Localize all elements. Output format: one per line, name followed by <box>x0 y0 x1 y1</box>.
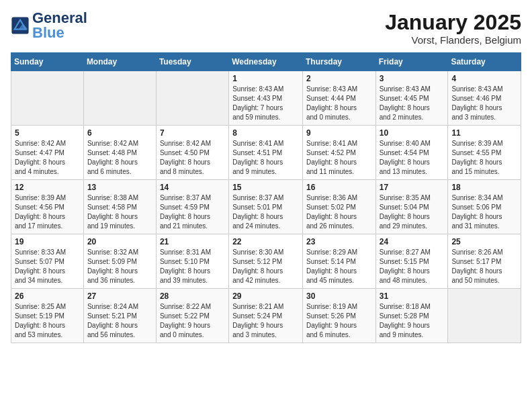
day-info: Sunrise: 8:30 AM Sunset: 5:12 PM Dayligh… <box>232 248 299 285</box>
calendar-cell: 28Sunrise: 8:22 AM Sunset: 5:22 PM Dayli… <box>156 289 228 343</box>
day-info: Sunrise: 8:39 AM Sunset: 4:56 PM Dayligh… <box>15 193 80 231</box>
calendar-cell: 16Sunrise: 8:36 AM Sunset: 5:02 PM Dayli… <box>302 180 375 234</box>
calendar-cell: 11Sunrise: 8:39 AM Sunset: 4:55 PM Dayli… <box>448 126 521 180</box>
day-info: Sunrise: 8:40 AM Sunset: 4:54 PM Dayligh… <box>380 139 445 177</box>
day-number: 3 <box>380 74 445 83</box>
day-number: 21 <box>160 237 225 246</box>
day-info: Sunrise: 8:43 AM Sunset: 4:46 PM Dayligh… <box>451 85 517 122</box>
day-info: Sunrise: 8:29 AM Sunset: 5:14 PM Dayligh… <box>306 248 372 285</box>
calendar-cell: 26Sunrise: 8:25 AM Sunset: 5:19 PM Dayli… <box>11 289 84 343</box>
calendar-cell: 6Sunrise: 8:42 AM Sunset: 4:48 PM Daylig… <box>83 126 156 180</box>
day-number: 6 <box>87 128 152 138</box>
calendar-cell: 27Sunrise: 8:24 AM Sunset: 5:21 PM Dayli… <box>83 289 156 343</box>
day-info: Sunrise: 8:41 AM Sunset: 4:51 PM Dayligh… <box>232 139 299 177</box>
page-container: GeneralBlue January 2025 Vorst, Flanders… <box>0 0 532 350</box>
calendar-cell: 25Sunrise: 8:26 AM Sunset: 5:17 PM Dayli… <box>448 234 521 289</box>
day-info: Sunrise: 8:43 AM Sunset: 4:44 PM Dayligh… <box>306 85 372 122</box>
day-info: Sunrise: 8:19 AM Sunset: 5:26 PM Dayligh… <box>306 302 372 340</box>
calendar-table: SundayMondayTuesdayWednesdayThursdayFrid… <box>11 52 521 343</box>
day-number: 23 <box>306 237 372 246</box>
calendar-cell: 17Sunrise: 8:35 AM Sunset: 5:04 PM Dayli… <box>375 180 448 234</box>
day-info: Sunrise: 8:27 AM Sunset: 5:15 PM Dayligh… <box>380 248 445 285</box>
day-info: Sunrise: 8:42 AM Sunset: 4:50 PM Dayligh… <box>160 139 225 177</box>
day-info: Sunrise: 8:36 AM Sunset: 5:02 PM Dayligh… <box>306 193 372 231</box>
weekday-header-sunday: Sunday <box>11 53 84 71</box>
weekday-header-thursday: Thursday <box>302 53 375 71</box>
month-title: January 2025 <box>385 11 521 34</box>
calendar-cell: 29Sunrise: 8:21 AM Sunset: 5:24 PM Dayli… <box>229 289 303 343</box>
day-number: 2 <box>306 74 372 83</box>
logo-icon <box>11 16 30 35</box>
day-info: Sunrise: 8:42 AM Sunset: 4:48 PM Dayligh… <box>87 139 152 177</box>
day-number: 9 <box>306 128 372 138</box>
calendar-week-3: 12Sunrise: 8:39 AM Sunset: 4:56 PM Dayli… <box>11 180 521 234</box>
day-number: 12 <box>15 183 80 192</box>
calendar-cell: 8Sunrise: 8:41 AM Sunset: 4:51 PM Daylig… <box>229 126 303 180</box>
calendar-cell <box>448 289 521 343</box>
calendar-cell: 15Sunrise: 8:37 AM Sunset: 5:01 PM Dayli… <box>229 180 303 234</box>
day-info: Sunrise: 8:32 AM Sunset: 5:09 PM Dayligh… <box>87 248 152 285</box>
day-info: Sunrise: 8:37 AM Sunset: 5:01 PM Dayligh… <box>232 193 299 231</box>
day-info: Sunrise: 8:33 AM Sunset: 5:07 PM Dayligh… <box>15 248 80 285</box>
weekday-header-row: SundayMondayTuesdayWednesdayThursdayFrid… <box>11 53 521 71</box>
day-number: 16 <box>306 183 372 192</box>
weekday-header-tuesday: Tuesday <box>156 53 228 71</box>
calendar-cell: 30Sunrise: 8:19 AM Sunset: 5:26 PM Dayli… <box>302 289 375 343</box>
day-number: 15 <box>232 183 299 192</box>
calendar-week-5: 26Sunrise: 8:25 AM Sunset: 5:19 PM Dayli… <box>11 289 521 343</box>
day-info: Sunrise: 8:26 AM Sunset: 5:17 PM Dayligh… <box>451 248 517 285</box>
day-number: 8 <box>232 128 299 138</box>
weekday-header-wednesday: Wednesday <box>229 53 303 71</box>
logo-text: GeneralBlue <box>32 11 87 40</box>
day-number: 27 <box>87 291 152 301</box>
calendar-cell: 24Sunrise: 8:27 AM Sunset: 5:15 PM Dayli… <box>375 234 448 289</box>
day-info: Sunrise: 8:43 AM Sunset: 4:45 PM Dayligh… <box>380 85 445 122</box>
day-info: Sunrise: 8:39 AM Sunset: 4:55 PM Dayligh… <box>451 139 517 177</box>
day-number: 20 <box>87 237 152 246</box>
location: Vorst, Flanders, Belgium <box>385 34 521 46</box>
day-info: Sunrise: 8:21 AM Sunset: 5:24 PM Dayligh… <box>232 302 299 340</box>
day-number: 25 <box>451 237 517 246</box>
day-number: 22 <box>232 237 299 246</box>
logo: GeneralBlue <box>11 11 87 40</box>
calendar-cell: 5Sunrise: 8:42 AM Sunset: 4:47 PM Daylig… <box>11 126 84 180</box>
day-number: 10 <box>380 128 445 138</box>
title-block: January 2025 Vorst, Flanders, Belgium <box>385 11 521 46</box>
day-number: 7 <box>160 128 225 138</box>
day-number: 11 <box>451 128 517 138</box>
calendar-cell: 4Sunrise: 8:43 AM Sunset: 4:46 PM Daylig… <box>448 71 521 126</box>
day-number: 30 <box>306 291 372 301</box>
day-info: Sunrise: 8:22 AM Sunset: 5:22 PM Dayligh… <box>160 302 225 340</box>
calendar-cell: 12Sunrise: 8:39 AM Sunset: 4:56 PM Dayli… <box>11 180 84 234</box>
calendar-cell: 13Sunrise: 8:38 AM Sunset: 4:58 PM Dayli… <box>83 180 156 234</box>
calendar-cell: 22Sunrise: 8:30 AM Sunset: 5:12 PM Dayli… <box>229 234 303 289</box>
day-number: 17 <box>380 183 445 192</box>
calendar-cell: 21Sunrise: 8:31 AM Sunset: 5:10 PM Dayli… <box>156 234 228 289</box>
day-info: Sunrise: 8:31 AM Sunset: 5:10 PM Dayligh… <box>160 248 225 285</box>
calendar-week-4: 19Sunrise: 8:33 AM Sunset: 5:07 PM Dayli… <box>11 234 521 289</box>
day-number: 14 <box>160 183 225 192</box>
calendar-cell: 23Sunrise: 8:29 AM Sunset: 5:14 PM Dayli… <box>302 234 375 289</box>
calendar-cell: 20Sunrise: 8:32 AM Sunset: 5:09 PM Dayli… <box>83 234 156 289</box>
calendar-week-1: 1Sunrise: 8:43 AM Sunset: 4:43 PM Daylig… <box>11 71 521 126</box>
day-number: 19 <box>15 237 80 246</box>
calendar-cell <box>11 71 84 126</box>
calendar-cell: 7Sunrise: 8:42 AM Sunset: 4:50 PM Daylig… <box>156 126 228 180</box>
calendar-cell: 31Sunrise: 8:18 AM Sunset: 5:28 PM Dayli… <box>375 289 448 343</box>
day-info: Sunrise: 8:34 AM Sunset: 5:06 PM Dayligh… <box>451 193 517 231</box>
day-info: Sunrise: 8:24 AM Sunset: 5:21 PM Dayligh… <box>87 302 152 340</box>
day-info: Sunrise: 8:38 AM Sunset: 4:58 PM Dayligh… <box>87 193 152 231</box>
calendar-cell <box>156 71 228 126</box>
day-info: Sunrise: 8:18 AM Sunset: 5:28 PM Dayligh… <box>380 302 445 340</box>
calendar-cell: 1Sunrise: 8:43 AM Sunset: 4:43 PM Daylig… <box>229 71 303 126</box>
day-number: 29 <box>232 291 299 301</box>
weekday-header-monday: Monday <box>83 53 156 71</box>
calendar-cell: 18Sunrise: 8:34 AM Sunset: 5:06 PM Dayli… <box>448 180 521 234</box>
calendar-cell: 14Sunrise: 8:37 AM Sunset: 4:59 PM Dayli… <box>156 180 228 234</box>
calendar-cell: 9Sunrise: 8:41 AM Sunset: 4:52 PM Daylig… <box>302 126 375 180</box>
weekday-header-saturday: Saturday <box>448 53 521 71</box>
day-number: 24 <box>380 237 445 246</box>
day-info: Sunrise: 8:37 AM Sunset: 4:59 PM Dayligh… <box>160 193 225 231</box>
day-info: Sunrise: 8:42 AM Sunset: 4:47 PM Dayligh… <box>15 139 80 177</box>
day-number: 18 <box>451 183 517 192</box>
